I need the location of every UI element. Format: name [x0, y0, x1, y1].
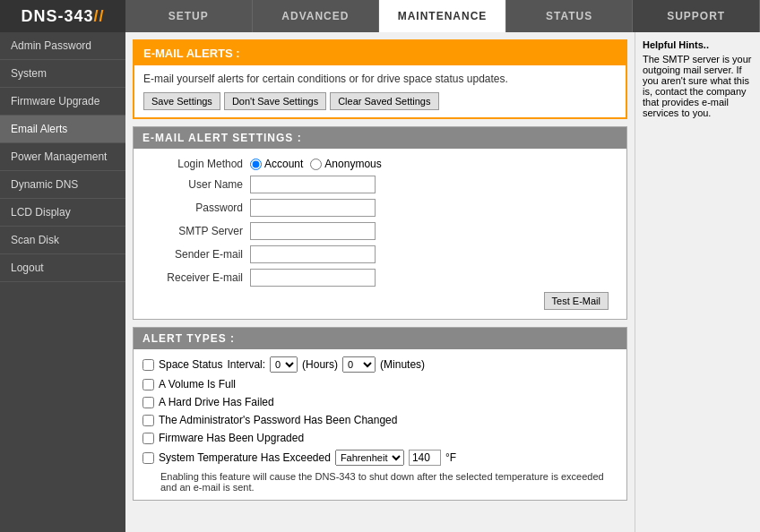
password-label: Password [142, 202, 250, 214]
receiver-input[interactable] [250, 269, 376, 287]
sidebar: Admin Password System Firmware Upgrade E… [0, 32, 125, 532]
email-settings-body: Login Method Account Anonymous User Nam [134, 149, 626, 319]
dont-save-settings-button[interactable]: Don't Save Settings [224, 92, 326, 110]
nav-tab-maintenance[interactable]: MAINTENANCE [379, 0, 506, 32]
nav-tab-setup[interactable]: SETUP [125, 0, 253, 32]
sender-label: Sender E-mail [142, 248, 250, 261]
volume-full-checkbox[interactable] [142, 379, 154, 390]
test-button-row: Test E-Mail [142, 292, 618, 310]
alert-temperature: System Temperature Has Exceeded Fahrenhe… [142, 450, 618, 466]
email-alerts-title: E-MAIL ALERTS : [143, 47, 240, 60]
email-alerts-body: E-mail yourself alerts for certain condi… [134, 65, 626, 117]
username-input[interactable] [250, 176, 376, 193]
username-row: User Name [142, 176, 618, 193]
login-method-group: Account Anonymous [250, 158, 382, 170]
anonymous-radio[interactable] [310, 159, 322, 170]
alert-space-status: Space Status Interval: 0123 (Hours) 0153… [142, 356, 618, 373]
helpful-hints-text: The SMTP server is your outgoing mail se… [643, 54, 753, 118]
helpful-hints-title: Helpful Hints.. [643, 39, 753, 50]
alert-types-box: ALERT TYPES : Space Status Interval: 012… [133, 327, 627, 501]
password-row: Password [142, 199, 618, 217]
space-status-label: Space Status [159, 358, 222, 371]
firmware-label: Firmware Has Been Upgraded [159, 432, 304, 444]
save-settings-button[interactable]: Save Settings [143, 92, 220, 110]
sender-input[interactable] [250, 245, 376, 263]
sidebar-item-firmware[interactable]: Firmware Upgrade [0, 88, 125, 116]
logo: DNS-343// [0, 0, 125, 32]
username-label: User Name [142, 178, 250, 191]
sidebar-item-lcd[interactable]: LCD Display [0, 199, 125, 227]
temp-note: Enabling this feature will cause the DNS… [160, 471, 618, 493]
sidebar-item-logout[interactable]: Logout [0, 254, 125, 282]
sidebar-item-power[interactable]: Power Management [0, 143, 125, 171]
receiver-label: Receiver E-mail [142, 271, 250, 284]
password-input[interactable] [250, 199, 376, 217]
email-settings-box: E-MAIL ALERT SETTINGS : Login Method Acc… [133, 126, 627, 320]
temperature-label: System Temperature Has Exceeded [159, 451, 331, 464]
admin-password-checkbox[interactable] [142, 415, 154, 426]
content-area: E-MAIL ALERTS : E-mail yourself alerts f… [125, 32, 635, 532]
email-settings-header: E-MAIL ALERT SETTINGS : [134, 127, 626, 149]
interval-label: Interval: [227, 358, 265, 371]
hours-select[interactable]: 0123 [270, 356, 298, 373]
nav-tabs: SETUP ADVANCED MAINTENANCE STATUS SUPPOR… [125, 0, 760, 32]
hours-label: (Hours) [302, 358, 338, 371]
nav-tab-support[interactable]: SUPPORT [633, 0, 760, 32]
sidebar-item-system[interactable]: System [0, 60, 125, 88]
alert-types-header: ALERT TYPES : [134, 328, 626, 349]
alert-admin-password: The Administrator's Password Has Been Ch… [142, 414, 618, 426]
email-alerts-header: E-MAIL ALERTS : [134, 41, 626, 65]
account-radio[interactable] [250, 159, 262, 170]
sidebar-item-admin-password[interactable]: Admin Password [0, 32, 125, 60]
test-email-button[interactable]: Test E-Mail [544, 292, 609, 310]
smtp-input[interactable] [250, 222, 376, 240]
nav-tab-advanced[interactable]: ADVANCED [253, 0, 380, 32]
sidebar-item-email-alerts[interactable]: Email Alerts [0, 116, 125, 143]
temp-unit-label: °F [445, 451, 456, 464]
volume-full-label: A Volume Is Full [159, 378, 236, 390]
email-alerts-box: E-MAIL ALERTS : E-mail yourself alerts f… [133, 39, 627, 119]
temperature-checkbox[interactable] [142, 452, 154, 464]
alert-firmware: Firmware Has Been Upgraded [142, 432, 618, 444]
account-radio-label[interactable]: Account [250, 158, 303, 170]
admin-password-label: The Administrator's Password Has Been Ch… [159, 414, 397, 426]
sidebar-item-scan-disk[interactable]: Scan Disk [0, 227, 125, 254]
alert-hard-drive: A Hard Drive Has Failed [142, 396, 618, 408]
email-alerts-description: E-mail yourself alerts for certain condi… [143, 73, 617, 85]
clear-saved-settings-button[interactable]: Clear Saved Settings [330, 92, 438, 110]
space-status-checkbox[interactable] [142, 359, 154, 371]
minutes-label: (Minutes) [380, 358, 425, 371]
firmware-checkbox[interactable] [142, 433, 154, 444]
anonymous-label: Anonymous [324, 158, 381, 170]
hard-drive-label: A Hard Drive Has Failed [159, 396, 274, 408]
sender-row: Sender E-mail [142, 245, 618, 263]
alert-types-body: Space Status Interval: 0123 (Hours) 0153… [134, 349, 626, 500]
smtp-label: SMTP Server [142, 225, 250, 237]
right-panel: Helpful Hints.. The SMTP server is your … [635, 32, 760, 532]
smtp-row: SMTP Server [142, 222, 618, 240]
anonymous-radio-label[interactable]: Anonymous [310, 158, 381, 170]
login-method-row: Login Method Account Anonymous [142, 158, 618, 170]
hard-drive-checkbox[interactable] [142, 397, 154, 408]
nav-tab-status[interactable]: STATUS [506, 0, 634, 32]
temp-value-input[interactable] [409, 450, 441, 466]
temp-scale-select[interactable]: Fahrenheit Celsius [335, 450, 404, 466]
account-label: Account [264, 158, 303, 170]
login-method-label: Login Method [142, 158, 250, 170]
alert-volume-full: A Volume Is Full [142, 378, 618, 390]
minutes-select[interactable]: 0153045 [342, 356, 376, 373]
receiver-row: Receiver E-mail [142, 269, 618, 287]
sidebar-item-dynamic-dns[interactable]: Dynamic DNS [0, 171, 125, 199]
email-alerts-buttons: Save Settings Don't Save Settings Clear … [143, 92, 617, 110]
